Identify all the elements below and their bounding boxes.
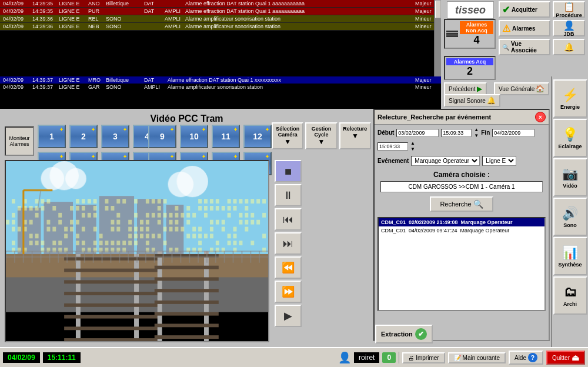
search-panel: Relecture_Recherche par événement × Débu…: [373, 109, 550, 341]
vcr-fast-forward-btn[interactable]: ⏩: [275, 281, 302, 303]
alarm-row[interactable]: 04/02/0914:39:35LIGNE EPURDATAMPLIAlarme…: [0, 8, 441, 15]
camera-btn-12[interactable]: 12✦: [243, 125, 272, 148]
btn-acquitter[interactable]: ✔ Acquitter: [499, 1, 550, 18]
vcr-play-btn[interactable]: ▶: [275, 305, 302, 327]
alarm-row[interactable]: 04/02/0914:39:35LIGNE EANOBillettiqueDAT…: [0, 0, 441, 8]
fin-spin[interactable]: ▲▼: [410, 141, 415, 152]
vue-associee-icon: 🔍: [502, 44, 509, 51]
synthese-icon: 📊: [562, 245, 578, 261]
vcr-pause-btn[interactable]: ⏸: [275, 184, 302, 206]
sidebar-item-sono[interactable]: 🔊Sono: [553, 198, 587, 236]
camera-btn-10[interactable]: 10✦: [180, 125, 208, 148]
ligne-select[interactable]: Ligne E: [482, 156, 516, 166]
status-user-icon: 👤: [338, 351, 351, 364]
sidebar-item-video[interactable]: 📷Vidéo: [553, 158, 587, 196]
btn-gestion-cycle[interactable]: Gestion Cycle ▼: [305, 122, 337, 149]
status-user: roiret: [354, 352, 379, 363]
recherche-btn[interactable]: Recherche 🔍: [430, 196, 493, 212]
vcr-frame-forward-btn[interactable]: ⏭: [275, 232, 302, 255]
sono-icon: 🔊: [562, 206, 578, 221]
btn-alarmes[interactable]: ⚠ Alarmes: [499, 20, 550, 36]
btn-jdb[interactable]: 👤 JDB: [553, 20, 585, 36]
btn-aide[interactable]: Aide ?: [509, 351, 543, 365]
btn-vue-associee[interactable]: 🔍 Vue Associée: [499, 39, 550, 55]
alarm-scrollbar-thumb[interactable]: [435, 1, 441, 18]
btn-selection-camera[interactable]: Sélection Caméra ▼: [272, 122, 303, 149]
btn-vue-generale[interactable]: Vue Générale 🏠: [494, 82, 549, 95]
sidebar-item-archi[interactable]: 🗂Archi: [553, 276, 587, 315]
camera-btn-11[interactable]: 11✦: [212, 125, 240, 148]
status-date: 04/02/09: [3, 352, 40, 363]
video-canvas: [6, 161, 268, 341]
alarm-acq-label: Alarmes Acq: [446, 58, 493, 65]
camera-name-display: CDM GAROSSOS >>CDM 1 - Caméra 1: [380, 181, 543, 192]
btn-precedent[interactable]: Précédent ▶: [444, 82, 487, 95]
debut-label: Début: [377, 129, 394, 136]
debut-date-input[interactable]: [396, 129, 439, 137]
search-panel-header: Relecture_Recherche par événement ×: [375, 110, 549, 125]
evenement-label: Evénement: [377, 158, 409, 164]
results-container: CDM_C01 02/02/2009 21:49:08 Marquage Ope…: [379, 218, 544, 235]
archi-icon: 🗂: [564, 285, 577, 300]
sidebar-label-video: Vidéo: [563, 183, 577, 189]
debut-time-input[interactable]: [441, 129, 472, 137]
vcr-rewind-btn[interactable]: ⏪: [275, 256, 302, 279]
eclairage-icon: 💡: [562, 127, 578, 142]
btn-procedure[interactable]: 📋 Procédure: [553, 1, 585, 18]
recherche-icon: 🔍: [473, 199, 483, 209]
status-counter: 0: [382, 352, 396, 363]
fin-date-input[interactable]: [492, 129, 534, 137]
camera-chooser-label: Caméra choisie :: [375, 168, 549, 180]
btn-quitter[interactable]: Quitter ⏏: [546, 351, 585, 365]
alarmes-label: Alarmes: [512, 25, 535, 32]
sidebar-item-energie[interactable]: ⚡Energie: [553, 79, 587, 118]
sidebar-label-sono: Sono: [563, 222, 577, 228]
btn-imprimer[interactable]: 🖨 Imprimer: [402, 352, 445, 363]
btn-signal-sonore-top[interactable]: 🔔: [553, 39, 585, 55]
btn-signal-sonore[interactable]: Signal Sonore 🔔: [444, 94, 500, 107]
evenement-select[interactable]: Marquage Operateur: [411, 156, 480, 166]
alarm-row-mid[interactable]: 04/02/0914:39:37LIGNE EGARSONOAMPLIAlarm…: [0, 84, 441, 91]
vcr-controls-panel: ■ ⏸ ⏮ ⏭ ⏪ ⏩ ▶: [273, 160, 303, 327]
signal-sonore-label: Signal Sonore: [449, 98, 486, 104]
btn-relecture[interactable]: Relecture ▼: [339, 122, 371, 149]
alarm-row-mid[interactable]: 04/02/0914:39:37LIGNE EMROBillettiqueDAT…: [0, 76, 441, 84]
moniteur-alarmes-label: Moniteur Alarmes: [8, 135, 31, 147]
signal-sonore-icon: 🔔: [564, 42, 574, 52]
extraction-btn[interactable]: Extraction ✔: [375, 325, 433, 343]
debut-spin-up[interactable]: ▲▼: [474, 127, 479, 138]
search-datetime-row: Début ▲▼ Fin ▲▼: [375, 125, 549, 154]
camera-btn-9[interactable]: 9✦: [148, 125, 176, 148]
right-sidebar: ⚡Energie💡Eclairage📷Vidéo🔊Sono📊Synthèse🗂A…: [551, 76, 588, 347]
sidebar-item-eclairage[interactable]: 💡Eclairage: [553, 119, 587, 157]
vcr-stop-btn[interactable]: ■: [275, 160, 302, 182]
extraction-label: Extraction: [381, 331, 413, 338]
fin-time-input[interactable]: [377, 142, 408, 151]
results-list[interactable]: CDM_C01 02/02/2009 21:49:08 Marquage Ope…: [377, 217, 546, 311]
aide-icon: ?: [528, 353, 537, 362]
search-btn-container: Recherche 🔍: [375, 193, 549, 215]
quitter-icon: ⏏: [572, 353, 579, 362]
result-row[interactable]: CDM_C01 04/02/2009 09:47:24 Marquage Ope…: [379, 226, 544, 235]
alarm-row[interactable]: 04/02/0914:39:36LIGNE ENEBSONOAMPLIAlarm…: [0, 23, 441, 31]
alarm-acq-count: 2: [446, 65, 493, 78]
result-row[interactable]: CDM_C01 02/02/2009 21:49:08 Marquage Ope…: [379, 218, 544, 226]
camera-btn-2[interactable]: 2✦: [69, 125, 98, 148]
camera-row-2-1: 9✦10✦11✦12✦: [147, 124, 273, 149]
vcr-frame-back-btn[interactable]: ⏮: [275, 208, 302, 231]
main-courante-icon: 📝: [454, 355, 461, 361]
camera-btn-1[interactable]: 1✦: [38, 125, 66, 148]
procedure-label: Procédure: [556, 12, 582, 18]
alarmes-icon: ⚠: [502, 23, 510, 34]
search-close-btn[interactable]: ×: [535, 112, 546, 122]
moniteur-alarmes: Moniteur Alarmes: [5, 126, 34, 156]
alarm-row[interactable]: 04/02/0914:39:36LIGNE ERELSONOAMPLIAlarm…: [0, 15, 441, 23]
sidebar-label-eclairage: Eclairage: [558, 144, 582, 149]
alarm-scrollbar[interactable]: [434, 0, 441, 76]
alarm-acq-box: Alarmes Acq 2: [444, 56, 496, 80]
extraction-icon: ✔: [415, 328, 427, 340]
sidebar-item-synthese[interactable]: 📊Synthèse: [553, 237, 587, 275]
sel-controls: Sélection Caméra ▼ Gestion Cycle ▼ Relec…: [272, 122, 371, 149]
btn-main-courante[interactable]: 📝 Main courante: [448, 352, 506, 363]
camera-btn-3[interactable]: 3✦: [101, 125, 129, 148]
